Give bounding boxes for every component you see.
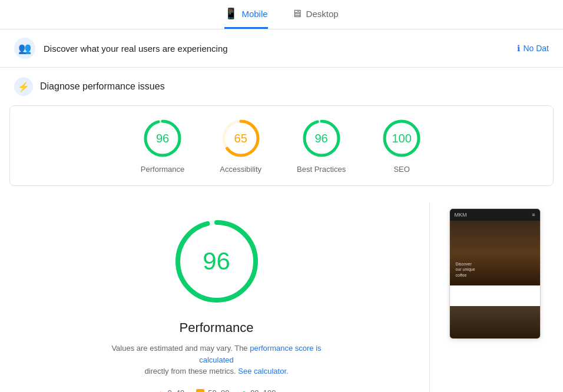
score-circle-performance: 96 bbox=[142, 118, 183, 159]
legend-label-red: 0–49 bbox=[167, 388, 184, 392]
mobile-icon: 📱 bbox=[224, 7, 237, 20]
score-value-best-practices: 96 bbox=[314, 132, 327, 145]
desktop-icon: 🖥 bbox=[292, 8, 302, 20]
big-score-title: Performance bbox=[180, 320, 254, 335]
red-triangle-icon: ▲ bbox=[157, 389, 164, 393]
legend-item-orange: 50–89 bbox=[196, 388, 229, 392]
score-label-accessibility: Accessibility bbox=[220, 165, 261, 174]
discover-icon: 👥 bbox=[14, 38, 35, 59]
discover-title: Discover what your real users are experi… bbox=[44, 44, 228, 54]
note-mid: directly from these metrics. bbox=[144, 367, 236, 376]
score-label-seo: SEO bbox=[393, 165, 409, 174]
phone-hero-line2: our unique bbox=[456, 267, 475, 273]
tab-mobile-label: Mobile bbox=[241, 9, 267, 19]
tabs-bar: 📱 Mobile 🖥 Desktop bbox=[0, 0, 563, 29]
score-circle-accessibility: 65 bbox=[220, 118, 261, 159]
score-label-performance: Performance bbox=[141, 165, 184, 174]
legend-item-red: ▲ 0–49 bbox=[157, 388, 184, 392]
note-suffix: . bbox=[286, 367, 289, 376]
right-panel: MKM ≡ Discover our unique coffee bbox=[436, 202, 554, 392]
phone-hero-line1: Discover bbox=[456, 261, 475, 267]
diagnose-icon: ⚡ bbox=[14, 77, 33, 96]
legend-label-orange: 50–89 bbox=[208, 388, 229, 392]
no-data-label: No Dat bbox=[523, 44, 549, 53]
no-data-link[interactable]: ℹ No Dat bbox=[517, 44, 549, 53]
info-icon: ℹ bbox=[517, 44, 520, 53]
score-card-best-practices[interactable]: 96 Best Practices bbox=[297, 118, 346, 174]
score-value-seo: 100 bbox=[392, 132, 411, 145]
phone-brand: MKM bbox=[455, 212, 467, 218]
score-note: Values are estimated and may vary. The p… bbox=[105, 343, 329, 377]
score-cards-container: 96 Performance 65 Accessibility 96 Best … bbox=[9, 105, 554, 186]
legend-label-green: 90–100 bbox=[250, 388, 276, 392]
phone-hero-image: Discover our unique coffee bbox=[450, 221, 540, 285]
score-card-accessibility[interactable]: 65 Accessibility bbox=[220, 118, 261, 174]
tab-desktop[interactable]: 🖥 Desktop bbox=[292, 8, 339, 29]
vertical-divider bbox=[429, 202, 430, 392]
discover-bar: 👥 Discover what your real users are expe… bbox=[0, 29, 563, 68]
diagnose-header: ⚡ Diagnose performance issues bbox=[0, 68, 563, 101]
legend-item-green: ● 90–100 bbox=[241, 388, 276, 393]
note-link2[interactable]: See calculator bbox=[238, 367, 286, 376]
legend: ▲ 0–49 50–89 ● 90–100 bbox=[157, 388, 276, 393]
phone-hero-text: Discover our unique coffee bbox=[456, 261, 475, 278]
diagnose-title: Diagnose performance issues bbox=[40, 81, 165, 92]
phone-header: MKM ≡ bbox=[450, 209, 540, 221]
tab-mobile[interactable]: 📱 Mobile bbox=[224, 7, 267, 29]
phone-content-area bbox=[450, 285, 540, 306]
tab-desktop-label: Desktop bbox=[306, 9, 339, 19]
score-value-accessibility: 65 bbox=[234, 132, 247, 145]
orange-square-icon bbox=[196, 389, 204, 393]
score-value-performance: 96 bbox=[156, 132, 169, 145]
green-circle-icon: ● bbox=[241, 388, 247, 393]
score-card-performance[interactable]: 96 Performance bbox=[141, 118, 184, 174]
phone-preview: MKM ≡ Discover our unique coffee bbox=[449, 208, 541, 339]
main-content: 96 Performance Values are estimated and … bbox=[0, 191, 563, 392]
score-label-best-practices: Best Practices bbox=[297, 165, 346, 174]
score-circle-seo: 100 bbox=[381, 118, 422, 159]
discover-left: 👥 Discover what your real users are expe… bbox=[14, 38, 228, 59]
phone-menu-icon: ≡ bbox=[532, 212, 535, 218]
score-card-seo[interactable]: 100 SEO bbox=[381, 118, 422, 174]
note-prefix: Values are estimated and may vary. The bbox=[111, 344, 250, 353]
phone-hero-line3: coffee bbox=[456, 273, 475, 278]
big-score-number: 96 bbox=[203, 247, 230, 275]
left-panel: 96 Performance Values are estimated and … bbox=[9, 202, 423, 392]
big-score-circle: 96 bbox=[170, 214, 264, 308]
score-circle-best-practices: 96 bbox=[301, 118, 342, 159]
phone-secondary-image bbox=[450, 306, 540, 338]
